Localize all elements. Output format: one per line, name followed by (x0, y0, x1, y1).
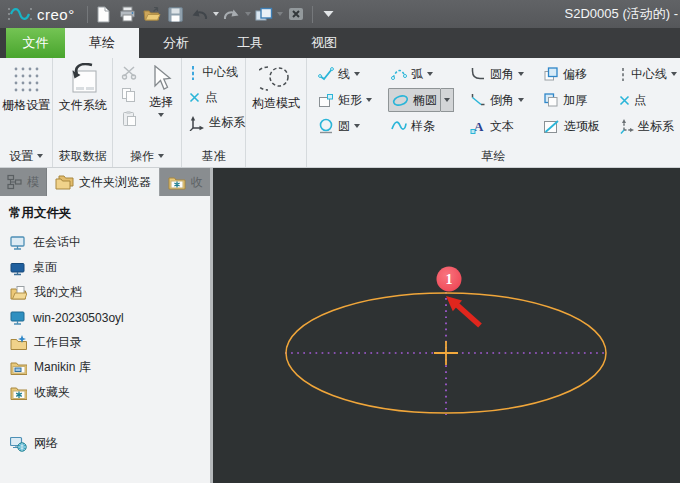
ribbon-group-sketch: 线 矩形 (307, 58, 680, 167)
dropdown-arrow-icon (158, 113, 164, 117)
tab-favorites[interactable]: 收 (159, 168, 210, 196)
dropdown-arrow-icon (671, 72, 677, 76)
new-file-button[interactable] (92, 3, 116, 25)
tab-sketch[interactable]: 草绘 (65, 28, 139, 58)
paste-button[interactable] (119, 108, 139, 128)
tab-model-tree[interactable]: 模 (0, 168, 47, 196)
window-switch-button[interactable] (252, 3, 276, 25)
tab-file[interactable]: 文件 (6, 28, 65, 58)
group-label-operations[interactable]: 操作 (113, 145, 181, 167)
point-icon (189, 92, 200, 103)
undo-icon (191, 7, 208, 21)
dropdown-arrow-icon (366, 98, 372, 102)
tab-view[interactable]: 视图 (287, 28, 361, 58)
tab-folder-browser[interactable]: 文件夹浏览器 (47, 168, 159, 196)
window-title: S2D0005 (活动的) - (565, 5, 678, 23)
working-directory-icon (10, 335, 27, 351)
thicken-button[interactable]: 加厚 (540, 87, 603, 113)
paste-icon (121, 110, 137, 127)
sketch-centerline-button[interactable]: 中心线 (616, 61, 680, 87)
sketch-column-5: 中心线 点 (616, 61, 680, 145)
group-label-construction (246, 145, 306, 167)
tab-analysis[interactable]: 分析 (139, 28, 213, 58)
sketch-column-3: 圆角 倒角 A (467, 61, 527, 145)
construction-mode-button[interactable]: 构造模式 (246, 58, 306, 145)
file-system-button[interactable]: 文件系统 (53, 58, 112, 145)
centerline-icon (189, 65, 197, 81)
sketch-point-button[interactable]: 点 (616, 87, 680, 113)
group-label-get-data: 获取数据 (53, 145, 112, 167)
folder-favorites-icon (168, 175, 186, 190)
close-window-button[interactable] (284, 3, 308, 25)
dropdown-arrow-icon (354, 124, 360, 128)
datum-centerline-button[interactable]: 中心线 (182, 60, 245, 85)
chevron-down-icon (322, 9, 335, 19)
ellipse-tool-selected: 椭圆 (388, 88, 454, 112)
fillet-button[interactable]: 圆角 (467, 61, 527, 87)
palette-button[interactable]: 选项板 (540, 113, 603, 139)
folder-item-working-directory[interactable]: 工作目录 (0, 330, 210, 355)
offset-button[interactable]: 偏移 (540, 61, 603, 87)
folder-item-my-documents[interactable]: 我的文档 (0, 280, 210, 305)
tab-tools[interactable]: 工具 (213, 28, 287, 58)
creo-window: creo° (0, 0, 680, 483)
ribbon-group-settings: 栅格设置 设置 (0, 58, 53, 167)
dropdown-arrow-icon (354, 72, 360, 76)
folder-stack-icon (55, 175, 74, 190)
grid-settings-button[interactable]: 栅格设置 (0, 58, 52, 145)
group-label-datum: 基准 (182, 145, 245, 167)
step-badge: 1 (437, 267, 462, 292)
print-button[interactable] (116, 3, 140, 25)
datum-csys-button[interactable]: 坐标系 (182, 110, 245, 135)
open-button[interactable] (140, 3, 164, 25)
network-icon (10, 436, 27, 452)
undo-button[interactable] (188, 3, 212, 25)
annotation-arrow (446, 296, 480, 326)
folder-item-network[interactable]: 网络 (0, 431, 210, 456)
folder-item-computer[interactable]: win-20230503oyl (0, 305, 210, 330)
centerline-dashed-icon (619, 67, 627, 82)
customize-toolbar-button[interactable] (317, 3, 341, 25)
ribbon-tabbar: 文件 草绘 分析 工具 视图 (0, 28, 680, 58)
ribbon-group-datum: 中心线 点 坐标系 (182, 58, 246, 167)
folder-item-in-session[interactable]: 在会话中 (0, 230, 210, 255)
redo-button[interactable] (220, 3, 244, 25)
window-dropdown-icon[interactable] (277, 12, 283, 16)
ellipse-button[interactable]: 椭圆 (388, 88, 441, 112)
sketch-canvas[interactable]: 1 (213, 168, 680, 483)
thicken-icon (543, 92, 559, 108)
folder-item-manikin-library[interactable]: Manikin 库 (0, 355, 210, 380)
datum-point-button[interactable]: 点 (182, 85, 245, 110)
copy-button[interactable] (119, 85, 139, 105)
redo-dropdown-icon[interactable] (245, 12, 251, 16)
select-label: 选择 (149, 94, 173, 111)
line-icon (318, 67, 334, 81)
navigator-sidebar: 模 文件夹浏览器 收 (0, 168, 213, 483)
offset-icon (543, 66, 559, 82)
point-icon (619, 95, 630, 106)
ellipse-icon (392, 94, 409, 107)
line-button[interactable]: 线 (315, 61, 375, 87)
spline-button[interactable]: 样条 (388, 113, 454, 139)
arc-button[interactable]: 弧 (388, 61, 454, 87)
circle-button[interactable]: 圆 (315, 113, 375, 139)
folder-item-desktop[interactable]: 桌面 (0, 255, 210, 280)
cut-button[interactable] (119, 62, 139, 82)
rectangle-button[interactable]: 矩形 (315, 87, 375, 113)
folder-item-favorites[interactable]: 收藏夹 (0, 380, 210, 405)
undo-dropdown-icon[interactable] (213, 12, 219, 16)
ellipse-dropdown-button[interactable] (441, 88, 454, 112)
dropdown-arrow-icon (427, 72, 433, 76)
select-button[interactable]: 选择 (141, 58, 181, 145)
ribbon-group-construction: 构造模式 (246, 58, 307, 167)
cursor-arrow-icon (150, 65, 172, 92)
center-cross[interactable] (434, 341, 458, 365)
file-import-icon (65, 63, 101, 95)
computer-icon (10, 310, 26, 326)
save-button[interactable] (164, 3, 188, 25)
group-label-settings[interactable]: 设置 (0, 145, 52, 167)
sketch-csys-button[interactable]: 坐标系 (616, 113, 680, 139)
step-badge-number: 1 (446, 272, 453, 287)
text-button[interactable]: A 文本 (467, 113, 527, 139)
chamfer-button[interactable]: 倒角 (467, 87, 527, 113)
